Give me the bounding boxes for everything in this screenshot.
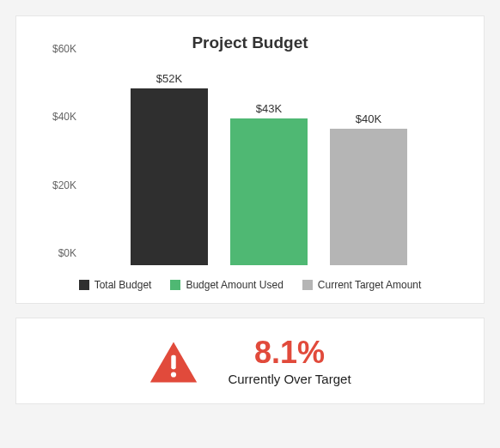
- legend-swatch: [79, 280, 89, 290]
- status-text-block: 8.1% Currently Over Target: [228, 337, 351, 386]
- bar-rect: [230, 118, 308, 265]
- legend-swatch: [302, 280, 313, 290]
- chart-legend: Total BudgetBudget Amount UsedCurrent Ta…: [37, 279, 463, 291]
- legend-label: Budget Amount Used: [186, 279, 283, 291]
- chart-bar: $40K: [330, 112, 407, 265]
- svg-point-1: [171, 372, 176, 377]
- chart-title: Project Budget: [37, 33, 463, 52]
- y-axis-tick: $40K: [37, 111, 76, 123]
- bar-value-label: $40K: [356, 112, 381, 125]
- bar-rect: [131, 88, 208, 265]
- legend-item: Total Budget: [79, 279, 152, 291]
- legend-label: Total Budget: [95, 279, 152, 291]
- svg-rect-0: [172, 354, 176, 368]
- status-card: 8.1% Currently Over Target: [15, 318, 485, 404]
- status-label: Currently Over Target: [228, 372, 351, 386]
- y-axis-tick: $20K: [37, 179, 76, 191]
- legend-item: Budget Amount Used: [170, 279, 283, 291]
- legend-item: Current Target Amount: [302, 279, 422, 291]
- chart-plot-area: $0K$20K$40K$60K $52K$43K$40K: [83, 61, 454, 265]
- legend-label: Current Target Amount: [318, 279, 422, 291]
- bar-value-label: $43K: [256, 102, 282, 115]
- bar-rect: [330, 129, 407, 265]
- bar-value-label: $52K: [156, 72, 182, 85]
- alert-triangle-icon: [149, 340, 198, 384]
- chart-bar: $52K: [131, 72, 208, 265]
- chart-card: Project Budget $0K$20K$40K$60K $52K$43K$…: [15, 15, 485, 304]
- chart-bars: $52K$43K$40K: [83, 61, 454, 265]
- chart-bar: $43K: [230, 102, 308, 265]
- status-percent: 8.1%: [228, 337, 351, 368]
- y-axis-tick: $0K: [37, 247, 76, 259]
- legend-swatch: [170, 280, 180, 290]
- y-axis-tick: $60K: [37, 43, 76, 55]
